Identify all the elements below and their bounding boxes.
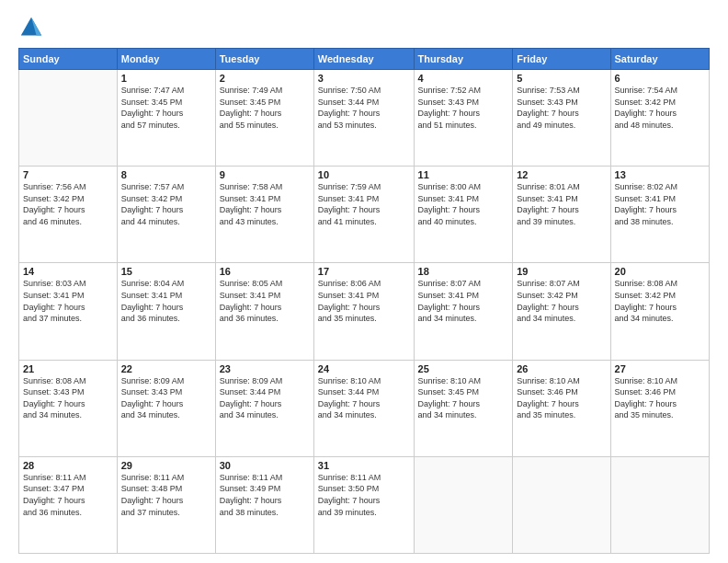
day-info: Sunrise: 7:47 AM Sunset: 3:45 PM Dayligh… bbox=[121, 85, 211, 131]
day-number: 12 bbox=[517, 169, 606, 180]
day-number: 27 bbox=[615, 363, 705, 374]
day-info: Sunrise: 8:00 AM Sunset: 3:41 PM Dayligh… bbox=[418, 181, 509, 227]
day-number: 29 bbox=[121, 460, 211, 471]
day-cell: 13Sunrise: 8:02 AM Sunset: 3:41 PM Dayli… bbox=[610, 167, 709, 263]
day-cell: 6Sunrise: 7:54 AM Sunset: 3:42 PM Daylig… bbox=[610, 70, 709, 167]
day-info: Sunrise: 8:05 AM Sunset: 3:41 PM Dayligh… bbox=[220, 278, 310, 324]
day-header-friday: Friday bbox=[513, 49, 610, 70]
day-info: Sunrise: 7:49 AM Sunset: 3:45 PM Dayligh… bbox=[220, 85, 310, 131]
day-info: Sunrise: 7:56 AM Sunset: 3:42 PM Dayligh… bbox=[23, 181, 113, 227]
day-info: Sunrise: 8:09 AM Sunset: 3:44 PM Dayligh… bbox=[220, 375, 310, 421]
day-header-sunday: Sunday bbox=[19, 49, 118, 70]
day-cell: 30Sunrise: 8:11 AM Sunset: 3:49 PM Dayli… bbox=[215, 456, 313, 553]
day-cell: 25Sunrise: 8:10 AM Sunset: 3:45 PM Dayli… bbox=[414, 360, 513, 456]
day-cell: 14Sunrise: 8:03 AM Sunset: 3:41 PM Dayli… bbox=[19, 263, 118, 360]
day-info: Sunrise: 8:02 AM Sunset: 3:41 PM Dayligh… bbox=[615, 181, 705, 227]
day-info: Sunrise: 8:01 AM Sunset: 3:41 PM Dayligh… bbox=[517, 181, 606, 227]
day-cell: 5Sunrise: 7:53 AM Sunset: 3:43 PM Daylig… bbox=[513, 70, 610, 167]
day-number: 6 bbox=[615, 73, 705, 84]
day-cell bbox=[414, 456, 513, 553]
day-header-thursday: Thursday bbox=[414, 49, 513, 70]
day-cell: 3Sunrise: 7:50 AM Sunset: 3:44 PM Daylig… bbox=[313, 70, 414, 167]
day-info: Sunrise: 8:08 AM Sunset: 3:42 PM Dayligh… bbox=[615, 278, 705, 324]
day-number: 3 bbox=[318, 73, 410, 84]
day-info: Sunrise: 8:09 AM Sunset: 3:43 PM Dayligh… bbox=[121, 375, 211, 421]
day-number: 28 bbox=[23, 460, 113, 471]
day-cell: 8Sunrise: 7:57 AM Sunset: 3:42 PM Daylig… bbox=[117, 167, 215, 263]
day-number: 7 bbox=[23, 169, 113, 180]
day-number: 14 bbox=[23, 266, 113, 277]
day-cell: 19Sunrise: 8:07 AM Sunset: 3:42 PM Dayli… bbox=[513, 263, 610, 360]
day-number: 23 bbox=[220, 363, 310, 374]
day-number: 9 bbox=[220, 169, 310, 180]
day-info: Sunrise: 8:11 AM Sunset: 3:48 PM Dayligh… bbox=[121, 472, 211, 518]
day-info: Sunrise: 8:10 AM Sunset: 3:46 PM Dayligh… bbox=[517, 375, 606, 421]
day-number: 5 bbox=[517, 73, 606, 84]
day-info: Sunrise: 8:06 AM Sunset: 3:41 PM Dayligh… bbox=[318, 278, 410, 324]
day-info: Sunrise: 8:11 AM Sunset: 3:50 PM Dayligh… bbox=[318, 472, 410, 518]
day-cell: 18Sunrise: 8:07 AM Sunset: 3:41 PM Dayli… bbox=[414, 263, 513, 360]
day-info: Sunrise: 7:50 AM Sunset: 3:44 PM Dayligh… bbox=[318, 85, 410, 131]
day-cell: 16Sunrise: 8:05 AM Sunset: 3:41 PM Dayli… bbox=[215, 263, 313, 360]
day-cell: 4Sunrise: 7:52 AM Sunset: 3:43 PM Daylig… bbox=[414, 70, 513, 167]
header bbox=[18, 15, 710, 40]
day-number: 21 bbox=[23, 363, 113, 374]
day-number: 16 bbox=[220, 266, 310, 277]
week-row-2: 7Sunrise: 7:56 AM Sunset: 3:42 PM Daylig… bbox=[19, 167, 710, 263]
day-cell: 31Sunrise: 8:11 AM Sunset: 3:50 PM Dayli… bbox=[313, 456, 414, 553]
day-number: 30 bbox=[220, 460, 310, 471]
day-info: Sunrise: 8:07 AM Sunset: 3:42 PM Dayligh… bbox=[517, 278, 606, 324]
day-number: 2 bbox=[220, 73, 310, 84]
day-info: Sunrise: 8:10 AM Sunset: 3:44 PM Dayligh… bbox=[318, 375, 410, 421]
day-cell: 1Sunrise: 7:47 AM Sunset: 3:45 PM Daylig… bbox=[117, 70, 215, 167]
day-cell: 10Sunrise: 7:59 AM Sunset: 3:41 PM Dayli… bbox=[313, 167, 414, 263]
day-info: Sunrise: 7:53 AM Sunset: 3:43 PM Dayligh… bbox=[517, 85, 606, 131]
day-cell: 9Sunrise: 7:58 AM Sunset: 3:41 PM Daylig… bbox=[215, 167, 313, 263]
day-cell: 20Sunrise: 8:08 AM Sunset: 3:42 PM Dayli… bbox=[610, 263, 709, 360]
logo bbox=[18, 15, 48, 40]
day-number: 25 bbox=[418, 363, 509, 374]
calendar-header: SundayMondayTuesdayWednesdayThursdayFrid… bbox=[19, 49, 710, 70]
calendar-body: 1Sunrise: 7:47 AM Sunset: 3:45 PM Daylig… bbox=[19, 70, 710, 554]
day-cell bbox=[513, 456, 610, 553]
day-header-tuesday: Tuesday bbox=[215, 49, 313, 70]
day-number: 18 bbox=[418, 266, 509, 277]
day-number: 24 bbox=[318, 363, 410, 374]
day-number: 22 bbox=[121, 363, 211, 374]
day-cell: 2Sunrise: 7:49 AM Sunset: 3:45 PM Daylig… bbox=[215, 70, 313, 167]
day-number: 15 bbox=[121, 266, 211, 277]
day-cell: 24Sunrise: 8:10 AM Sunset: 3:44 PM Dayli… bbox=[313, 360, 414, 456]
day-header-monday: Monday bbox=[117, 49, 215, 70]
day-cell: 28Sunrise: 8:11 AM Sunset: 3:47 PM Dayli… bbox=[19, 456, 118, 553]
day-info: Sunrise: 7:52 AM Sunset: 3:43 PM Dayligh… bbox=[418, 85, 509, 131]
day-number: 17 bbox=[318, 266, 410, 277]
day-info: Sunrise: 8:08 AM Sunset: 3:43 PM Dayligh… bbox=[23, 375, 113, 421]
day-cell: 29Sunrise: 8:11 AM Sunset: 3:48 PM Dayli… bbox=[117, 456, 215, 553]
day-number: 19 bbox=[517, 266, 606, 277]
week-row-1: 1Sunrise: 7:47 AM Sunset: 3:45 PM Daylig… bbox=[19, 70, 710, 167]
day-info: Sunrise: 8:10 AM Sunset: 3:45 PM Dayligh… bbox=[418, 375, 509, 421]
day-cell: 15Sunrise: 8:04 AM Sunset: 3:41 PM Dayli… bbox=[117, 263, 215, 360]
day-info: Sunrise: 7:57 AM Sunset: 3:42 PM Dayligh… bbox=[121, 181, 211, 227]
day-number: 11 bbox=[418, 169, 509, 180]
day-info: Sunrise: 7:58 AM Sunset: 3:41 PM Dayligh… bbox=[220, 181, 310, 227]
logo-icon bbox=[18, 15, 44, 40]
day-info: Sunrise: 7:54 AM Sunset: 3:42 PM Dayligh… bbox=[615, 85, 705, 131]
day-header-wednesday: Wednesday bbox=[313, 49, 414, 70]
day-info: Sunrise: 7:59 AM Sunset: 3:41 PM Dayligh… bbox=[318, 181, 410, 227]
day-number: 10 bbox=[318, 169, 410, 180]
day-number: 31 bbox=[318, 460, 410, 471]
day-info: Sunrise: 8:07 AM Sunset: 3:41 PM Dayligh… bbox=[418, 278, 509, 324]
day-cell: 23Sunrise: 8:09 AM Sunset: 3:44 PM Dayli… bbox=[215, 360, 313, 456]
day-info: Sunrise: 8:10 AM Sunset: 3:46 PM Dayligh… bbox=[615, 375, 705, 421]
day-header-saturday: Saturday bbox=[610, 49, 709, 70]
page: SundayMondayTuesdayWednesdayThursdayFrid… bbox=[0, 0, 728, 563]
day-info: Sunrise: 8:04 AM Sunset: 3:41 PM Dayligh… bbox=[121, 278, 211, 324]
day-number: 20 bbox=[615, 266, 705, 277]
day-info: Sunrise: 8:11 AM Sunset: 3:49 PM Dayligh… bbox=[220, 472, 310, 518]
day-cell: 21Sunrise: 8:08 AM Sunset: 3:43 PM Dayli… bbox=[19, 360, 118, 456]
day-cell: 27Sunrise: 8:10 AM Sunset: 3:46 PM Dayli… bbox=[610, 360, 709, 456]
day-info: Sunrise: 8:11 AM Sunset: 3:47 PM Dayligh… bbox=[23, 472, 113, 518]
day-info: Sunrise: 8:03 AM Sunset: 3:41 PM Dayligh… bbox=[23, 278, 113, 324]
day-cell: 17Sunrise: 8:06 AM Sunset: 3:41 PM Dayli… bbox=[313, 263, 414, 360]
